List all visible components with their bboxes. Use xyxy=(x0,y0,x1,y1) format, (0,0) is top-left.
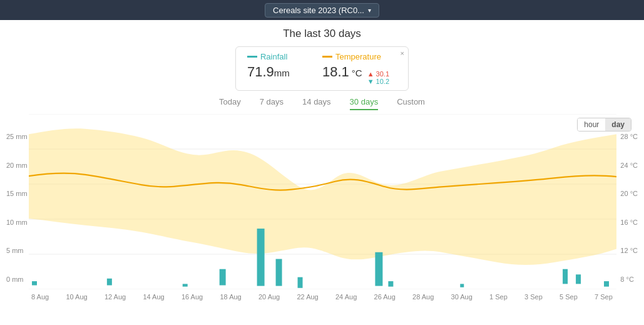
hour-button[interactable]: hour xyxy=(578,118,605,131)
y-left-label-3: 10 mm xyxy=(6,219,28,226)
x-label-9: 26 Aug xyxy=(374,293,396,301)
temperature-label: Temperature xyxy=(335,52,381,61)
y-right-axis: 28 °C 24 °C 20 °C 16 °C 12 °C 8 °C xyxy=(620,133,638,283)
chart-area: hour day 25 mm 20 mm 15 mm 10 mm 5 mm 0 … xyxy=(0,114,644,325)
x-axis: 8 Aug 10 Aug 12 Aug 14 Aug 16 Aug 18 Aug… xyxy=(6,292,638,301)
bar-12aug xyxy=(183,284,188,286)
x-label-1: 10 Aug xyxy=(66,293,87,301)
hour-day-buttons: hour day xyxy=(577,118,631,132)
x-label-12: 1 Sep xyxy=(489,293,508,301)
day-button[interactable]: day xyxy=(605,118,631,131)
bar-24aug xyxy=(375,252,382,286)
x-label-4: 16 Aug xyxy=(181,293,203,301)
rainfall-value: 71.9mm xyxy=(247,64,300,80)
x-label-5: 18 Aug xyxy=(220,293,241,301)
tab-30days[interactable]: 30 days xyxy=(350,97,379,110)
y-right-label-2: 20 °C xyxy=(620,190,638,197)
x-label-14: 5 Sep xyxy=(560,293,578,301)
bar-8aug xyxy=(32,281,37,285)
bar-5sep-b xyxy=(576,274,581,284)
bar-16aug xyxy=(257,229,265,286)
main-chart xyxy=(29,114,616,289)
temperature-line-icon xyxy=(322,56,332,58)
bar-17aug xyxy=(276,259,282,286)
bar-28aug xyxy=(460,284,464,287)
x-label-11: 30 Aug xyxy=(451,293,473,301)
tab-today[interactable]: Today xyxy=(219,97,241,110)
x-label-8: 24 Aug xyxy=(335,293,357,301)
main-content: The last 30 days × Rainfall 71.9mm Tempe… xyxy=(0,20,644,325)
bar-7sep xyxy=(604,281,609,287)
x-label-2: 12 Aug xyxy=(105,293,126,301)
rainfall-legend: Rainfall 71.9mm xyxy=(236,47,311,90)
bar-14aug xyxy=(220,269,226,286)
x-label-3: 14 Aug xyxy=(143,293,164,301)
y-left-label-4: 5 mm xyxy=(6,247,28,254)
bar-25aug xyxy=(388,281,393,287)
temperature-value-row: 18.1°C ▲ 30.1 ▼ 10.2 xyxy=(322,64,389,85)
x-label-15: 7 Sep xyxy=(595,293,613,301)
y-left-label-1: 20 mm xyxy=(6,162,28,169)
legend-card: × Rainfall 71.9mm Temperature 18.1°C ▲ 3… xyxy=(235,46,409,91)
tab-custom[interactable]: Custom xyxy=(397,97,425,110)
temperature-legend: Temperature 18.1°C ▲ 30.1 ▼ 10.2 xyxy=(311,47,408,90)
site-selector[interactable]: Cereals site 2023 (RC0... ▾ xyxy=(265,3,379,18)
y-left-label-2: 15 mm xyxy=(6,190,28,197)
y-left-label-0: 25 mm xyxy=(6,133,28,140)
rainfall-line-icon xyxy=(247,56,257,58)
y-left-label-5: 0 mm xyxy=(6,276,28,283)
top-bar: Cereals site 2023 (RC0... ▾ xyxy=(0,0,644,20)
rainfall-label: Rainfall xyxy=(260,52,287,61)
x-label-13: 3 Sep xyxy=(524,293,543,301)
tab-7days[interactable]: 7 days xyxy=(260,97,284,110)
bar-18aug xyxy=(298,277,303,288)
y-left-axis: 25 mm 20 mm 15 mm 10 mm 5 mm 0 mm xyxy=(6,133,28,283)
close-button[interactable]: × xyxy=(401,49,404,57)
y-right-label-0: 28 °C xyxy=(620,133,638,140)
bar-5sep xyxy=(563,269,568,284)
x-label-10: 28 Aug xyxy=(412,293,434,301)
y-right-label-4: 12 °C xyxy=(620,247,638,254)
temperature-detail: ▲ 30.1 ▼ 10.2 xyxy=(367,70,389,85)
x-label-6: 20 Aug xyxy=(258,293,280,301)
site-label: Cereals site 2023 (RC0... xyxy=(273,6,364,15)
chart-title: The last 30 days xyxy=(283,28,361,40)
tab-14days[interactable]: 14 days xyxy=(302,97,331,110)
y-right-label-5: 8 °C xyxy=(620,276,638,283)
y-right-label-3: 16 °C xyxy=(620,219,638,226)
y-right-label-1: 24 °C xyxy=(620,162,638,169)
x-label-7: 22 Aug xyxy=(297,293,318,301)
chevron-down-icon: ▾ xyxy=(368,7,371,14)
tabs-bar: Today 7 days 14 days 30 days Custom xyxy=(219,97,425,110)
x-label-0: 8 Aug xyxy=(31,293,49,301)
bar-10aug xyxy=(107,279,112,286)
